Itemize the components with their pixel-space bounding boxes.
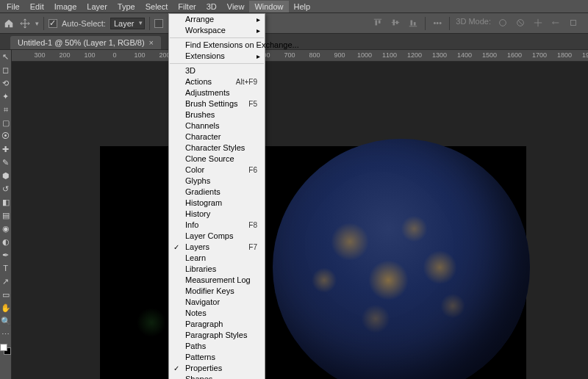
menu-item-paragraph[interactable]: Paragraph bbox=[169, 319, 265, 330]
menu-item-character[interactable]: Character bbox=[169, 131, 265, 142]
menu-item-color[interactable]: ColorF6 bbox=[169, 165, 265, 176]
menu-select[interactable]: Select bbox=[140, 1, 173, 12]
ruler-tick: 700 bbox=[284, 51, 295, 59]
menu-item-3d[interactable]: 3D bbox=[169, 65, 265, 76]
menu-item-find-extensions-on-exchange-[interactable]: Find Extensions on Exchange... bbox=[169, 40, 265, 51]
menu-item-paths[interactable]: Paths bbox=[169, 341, 265, 352]
tool-eraser[interactable]: ◧ bbox=[0, 195, 12, 209]
menu-item-paragraph-styles[interactable]: Paragraph Styles bbox=[169, 330, 265, 341]
shortcut-label: Alt+F9 bbox=[236, 77, 257, 87]
tool-brush[interactable]: ✎ bbox=[0, 156, 12, 169]
menu-type[interactable]: Type bbox=[112, 1, 140, 12]
menu-item-adjustments[interactable]: Adjustments bbox=[169, 87, 265, 98]
tool-wand[interactable]: ✦ bbox=[0, 90, 12, 103]
align-bottom-icon[interactable] bbox=[407, 17, 419, 29]
ruler-tick: 100 bbox=[84, 51, 95, 59]
menu-item-extensions[interactable]: Extensions bbox=[169, 51, 265, 62]
3d-scale-icon[interactable] bbox=[567, 17, 579, 29]
menu-item-workspace[interactable]: Workspace bbox=[169, 25, 265, 36]
menu-file[interactable]: File bbox=[1, 1, 25, 12]
tool-gradient[interactable]: ▤ bbox=[0, 209, 12, 222]
tool-hand[interactable]: ✋ bbox=[0, 301, 12, 314]
3d-slide-icon[interactable] bbox=[550, 17, 562, 29]
menu-edit[interactable]: Edit bbox=[25, 1, 49, 12]
tool-pen[interactable]: ✒ bbox=[0, 248, 12, 261]
menu-image[interactable]: Image bbox=[49, 1, 82, 12]
menu-item-shapes[interactable]: Shapes bbox=[169, 374, 265, 379]
ruler-tick: 300 bbox=[34, 51, 45, 59]
align-vcenter-icon[interactable] bbox=[390, 17, 401, 29]
document-canvas[interactable] bbox=[100, 146, 526, 379]
canvas-glow bbox=[137, 308, 166, 337]
svg-rect-1 bbox=[376, 20, 378, 25]
tool-marquee[interactable]: ◻ bbox=[0, 63, 12, 76]
svg-rect-11 bbox=[571, 20, 576, 25]
tool-history-brush[interactable]: ↺ bbox=[0, 182, 12, 195]
menu-item-gradients[interactable]: Gradients bbox=[169, 187, 265, 198]
menu-item-channels[interactable]: Channels bbox=[169, 120, 265, 131]
menu-item-layer-comps[interactable]: Layer Comps bbox=[169, 231, 265, 242]
svg-rect-8 bbox=[414, 22, 416, 25]
menu-item-info[interactable]: InfoF8 bbox=[169, 220, 265, 231]
canvas-area[interactable] bbox=[12, 62, 588, 379]
menu-item-properties[interactable]: Properties bbox=[169, 363, 265, 374]
tool-frame[interactable]: ▢ bbox=[0, 116, 12, 129]
tool-path[interactable]: ↗ bbox=[0, 275, 12, 288]
menu-item-learn[interactable]: Learn bbox=[169, 253, 265, 264]
tool-eyedrop[interactable]: ⦿ bbox=[0, 129, 12, 142]
move-tool-icon[interactable] bbox=[19, 18, 31, 29]
shortcut-label: F5 bbox=[248, 99, 257, 109]
close-icon[interactable]: × bbox=[149, 38, 154, 47]
menu-item-brushes[interactable]: Brushes bbox=[169, 109, 265, 120]
menu-filter[interactable]: Filter bbox=[173, 1, 201, 12]
menu-item-actions[interactable]: ActionsAlt+F9 bbox=[169, 76, 265, 87]
menu-item-patterns[interactable]: Patterns bbox=[169, 352, 265, 363]
menu-item-modifier-keys[interactable]: Modifier Keys bbox=[169, 286, 265, 297]
tool-heal[interactable]: ✚ bbox=[0, 142, 12, 156]
menu-view[interactable]: View bbox=[222, 1, 250, 12]
menu-item-measurement-log[interactable]: Measurement Log bbox=[169, 275, 265, 286]
menu-help[interactable]: Help bbox=[289, 1, 316, 12]
tool-dodge[interactable]: ◐ bbox=[0, 235, 12, 248]
menu-item-layers[interactable]: LayersF7 bbox=[169, 242, 265, 253]
ruler-tick: 100 bbox=[134, 51, 145, 59]
menu-item-clone-source[interactable]: Clone Source bbox=[169, 154, 265, 165]
menu-item-notes[interactable]: Notes bbox=[169, 308, 265, 319]
tool-move[interactable]: ↖ bbox=[0, 50, 12, 63]
tool-edit-toolbar[interactable]: ⋯ bbox=[0, 328, 12, 341]
layer-select[interactable]: Layer bbox=[110, 18, 146, 29]
more-icon[interactable]: ••• bbox=[431, 17, 443, 29]
home-icon[interactable] bbox=[3, 18, 15, 29]
tool-shape[interactable]: ▭ bbox=[0, 288, 12, 301]
tool-crop[interactable]: ⌗ bbox=[0, 103, 12, 116]
ruler-tick: 800 bbox=[309, 51, 320, 59]
tool-lasso[interactable]: ⟲ bbox=[0, 76, 12, 90]
option-align-icons: ••• 3D Mode: bbox=[372, 17, 585, 30]
align-top-icon[interactable] bbox=[372, 17, 384, 29]
auto-select-checkbox[interactable] bbox=[49, 19, 57, 28]
tool-stamp[interactable]: ⬢ bbox=[0, 169, 12, 182]
menu-item-character-styles[interactable]: Character Styles bbox=[169, 142, 265, 154]
menu-layer[interactable]: Layer bbox=[82, 1, 112, 12]
tools-panel: ↖◻⟲✦⌗▢⦿✚✎⬢↺◧▤◉◐✒T↗▭✋🔍⋯ bbox=[0, 50, 12, 379]
menu-item-navigator[interactable]: Navigator bbox=[169, 297, 265, 308]
3d-orbit-icon[interactable] bbox=[497, 17, 509, 29]
tool-zoom[interactable]: 🔍 bbox=[0, 314, 12, 328]
show-transform-checkbox[interactable] bbox=[154, 19, 163, 28]
menu-item-history[interactable]: History bbox=[169, 209, 265, 220]
menu-item-glyphs[interactable]: Glyphs bbox=[169, 176, 265, 187]
menu-item-libraries[interactable]: Libraries bbox=[169, 264, 265, 275]
3d-pan-icon[interactable] bbox=[532, 17, 544, 29]
menu-window[interactable]: Window bbox=[249, 1, 288, 12]
tool-type[interactable]: T bbox=[0, 261, 12, 275]
menu-item-brush-settings[interactable]: Brush SettingsF5 bbox=[169, 98, 265, 109]
menu-item-histogram[interactable]: Histogram bbox=[169, 198, 265, 209]
3d-roll-icon[interactable] bbox=[514, 17, 526, 29]
tool-blur[interactable]: ◉ bbox=[0, 222, 12, 235]
chevron-down-icon[interactable]: ▾ bbox=[35, 20, 39, 27]
ruler-tick: 1600 bbox=[507, 51, 522, 59]
color-swatches[interactable] bbox=[0, 344, 12, 358]
menu-3d[interactable]: 3D bbox=[201, 1, 222, 12]
document-tab[interactable]: Untitled-1 @ 50% (Layer 1, RGB/8) × bbox=[10, 36, 161, 49]
menu-item-arrange[interactable]: Arrange bbox=[169, 14, 265, 25]
